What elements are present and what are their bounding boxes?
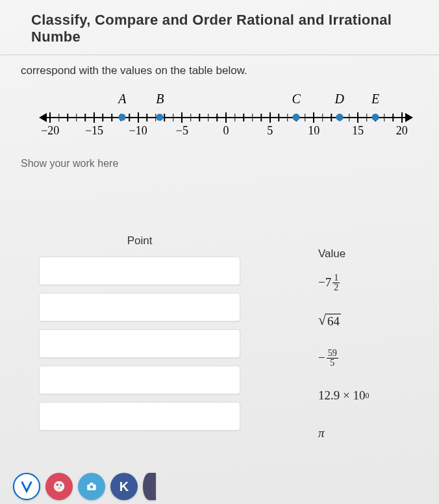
point-input[interactable] — [39, 257, 240, 285]
svg-point-6 — [90, 485, 94, 488]
value-item: 12.9 × 100 — [318, 386, 413, 405]
point-letter: D — [334, 92, 344, 107]
value-item: π — [318, 424, 413, 442]
value-item: √64 — [318, 311, 413, 329]
tick-label: 15 — [352, 124, 364, 138]
instruction-text: correspond with the values on the table … — [0, 64, 439, 92]
point-letter: C — [292, 92, 301, 107]
page-title: Classify, Compare and Order Rational and… — [0, 0, 439, 55]
tick-label: −10 — [129, 124, 147, 138]
number-line: ABCDE−20−15−10−505101520 — [0, 92, 439, 144]
value-item: −712 — [318, 273, 413, 292]
point-column-header: Point — [39, 234, 240, 247]
taskbar: K — [13, 469, 156, 504]
value-item: − 595 — [318, 349, 413, 367]
tick-label: −15 — [85, 124, 103, 138]
point-input[interactable] — [39, 402, 240, 431]
point-letter: E — [371, 92, 379, 107]
number-line-point — [372, 114, 379, 121]
point-input[interactable] — [39, 329, 240, 358]
number-line-point — [119, 114, 126, 121]
point-letter: B — [156, 92, 164, 107]
tick-label: 0 — [223, 124, 229, 138]
tick-label: 20 — [396, 124, 408, 138]
point-input[interactable] — [39, 293, 240, 321]
number-line-point — [157, 114, 164, 121]
k-icon[interactable]: K — [110, 473, 138, 500]
svg-point-1 — [56, 483, 58, 486]
number-line-point — [293, 114, 300, 121]
camera-icon[interactable] — [78, 473, 105, 500]
answer-table: Point Value −712√64− 59512.9 × 100π — [0, 234, 439, 462]
number-line-point — [336, 114, 343, 121]
svg-point-2 — [60, 484, 62, 486]
app-icon[interactable] — [143, 473, 156, 500]
tick-label: 10 — [308, 124, 320, 138]
tick-label: 5 — [267, 124, 273, 138]
svg-point-3 — [58, 487, 60, 490]
show-work-label[interactable]: Show your work here — [0, 144, 439, 170]
value-column-header: Value — [318, 247, 413, 260]
tick-label: −5 — [176, 124, 188, 138]
tick-label: −20 — [41, 124, 59, 138]
palette-icon[interactable] — [45, 473, 73, 500]
svg-point-0 — [54, 481, 65, 492]
point-input[interactable] — [39, 366, 240, 394]
point-letter: A — [118, 92, 126, 107]
svg-rect-5 — [90, 483, 94, 485]
v-icon[interactable] — [13, 473, 40, 500]
divider — [0, 55, 439, 55]
